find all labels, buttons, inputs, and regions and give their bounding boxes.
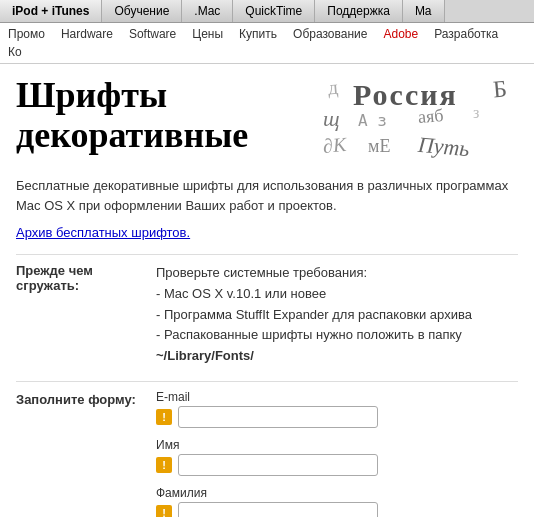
fonts-path: ~/Library/Fonts/ — [156, 348, 254, 363]
main-content: Шрифты декоративные д Россия Б щ А з аяб… — [0, 64, 534, 517]
before-download-label: Прежде чем сгружать: — [16, 263, 156, 367]
email-input[interactable] — [178, 406, 378, 428]
deco-char-me: мЕ — [368, 136, 390, 157]
archive-link: Архив бесплатных шрифтов. — [16, 225, 518, 240]
sub-nav-hardware[interactable]: Hardware — [53, 25, 121, 43]
header-section: Шрифты декоративные д Россия Б щ А з аяб… — [16, 76, 518, 166]
sub-nav-prices[interactable]: Цены — [184, 25, 231, 43]
deco-char-az: А з — [358, 111, 387, 130]
top-nav: iPod + iTunes Обучение .Mac QuickTime По… — [0, 0, 534, 23]
deco-char-k: ∂К — [322, 133, 347, 158]
decorative-preview: д Россия Б щ А з аяб ∂К мЕ Путь з — [318, 76, 518, 166]
surname-label: Фамилия — [156, 486, 518, 500]
surname-field-group: Фамилия ! — [156, 486, 518, 517]
surname-input[interactable] — [178, 502, 378, 517]
title-block: Шрифты декоративные — [16, 76, 318, 159]
page-title: Шрифты декоративные — [16, 76, 318, 155]
deco-char-b: Б — [492, 76, 508, 104]
email-field-row: ! — [156, 406, 518, 428]
sub-nav-adobe[interactable]: Adobe — [375, 25, 426, 43]
before-download-section: Прежде чем сгружать: Проверьте системные… — [16, 254, 518, 367]
form-fields: E-mail ! Имя ! — [156, 390, 518, 517]
surname-field-row: ! — [156, 502, 518, 517]
top-nav-tab-obuchenie[interactable]: Обучение — [102, 0, 182, 22]
archive-link-anchor[interactable]: Архив бесплатных шрифтов. — [16, 225, 190, 240]
sub-nav-software[interactable]: Software — [121, 25, 184, 43]
sub-nav-ko[interactable]: Ко — [0, 43, 30, 61]
email-label: E-mail — [156, 390, 518, 404]
top-nav-tab-ma[interactable]: Ma — [403, 0, 445, 22]
surname-warning-icon: ! — [156, 505, 172, 517]
name-label: Имя — [156, 438, 518, 452]
email-warning-icon: ! — [156, 409, 172, 425]
top-nav-tab-quicktime[interactable]: QuickTime — [233, 0, 315, 22]
sub-nav-buy[interactable]: Купить — [231, 25, 285, 43]
deco-char-extra: з — [473, 104, 479, 122]
deco-char-put: Путь — [417, 132, 471, 162]
deco-char-ayab: аяб — [417, 105, 444, 128]
description: Бесплатные декоративные шрифты для испол… — [16, 176, 518, 215]
deco-char-sh: щ — [323, 106, 340, 132]
name-input[interactable] — [178, 454, 378, 476]
sub-nav: Промо Hardware Software Цены Купить Обра… — [0, 23, 534, 64]
form-section: Заполните форму: E-mail ! Имя — [16, 381, 518, 517]
top-nav-tab-mac[interactable]: .Mac — [182, 0, 233, 22]
name-field-group: Имя ! — [156, 438, 518, 476]
name-warning-icon: ! — [156, 457, 172, 473]
before-download-content: Проверьте системные требования: - Mac OS… — [156, 263, 518, 367]
top-nav-tab-support[interactable]: Поддержка — [315, 0, 403, 22]
email-field-group: E-mail ! — [156, 390, 518, 428]
form-section-label: Заполните форму: — [16, 390, 156, 517]
sub-nav-education[interactable]: Образование — [285, 25, 375, 43]
name-field-row: ! — [156, 454, 518, 476]
sub-nav-dev[interactable]: Разработка — [426, 25, 506, 43]
sub-nav-promo[interactable]: Промо — [0, 25, 53, 43]
deco-char-1: д — [327, 76, 339, 99]
top-nav-tab-ipod[interactable]: iPod + iTunes — [0, 0, 102, 22]
